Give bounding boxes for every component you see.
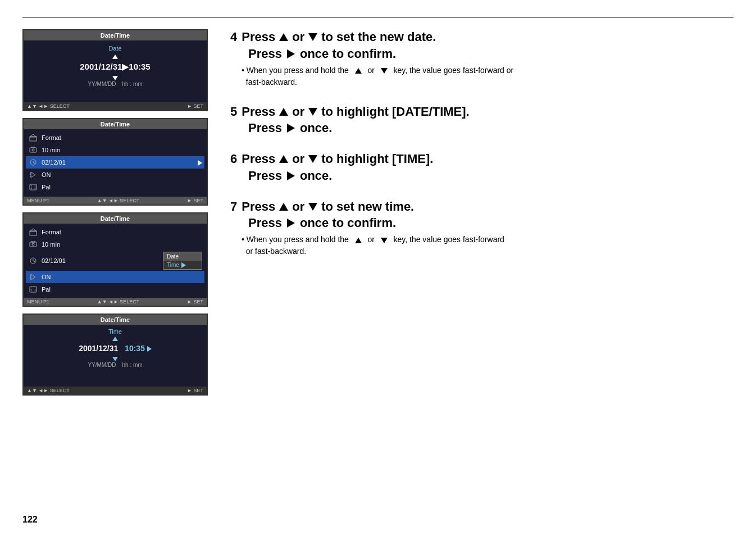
menu3-icon-4 <box>28 272 38 282</box>
step4-triangle-down <box>308 33 317 41</box>
step4-bullet-tri-up <box>355 68 362 74</box>
submenu-date: Date <box>163 252 202 261</box>
screen1-format: YY/MM/DD hh : mm <box>28 81 202 87</box>
svg-point-34 <box>31 290 32 292</box>
screen1-date: 2001/12/31▶10:35 <box>28 62 202 72</box>
screen-2: Date/Time Format 10 min 02/12/01 ON <box>22 118 208 206</box>
svg-rect-21 <box>30 242 37 247</box>
menu3-icon-2 <box>28 239 38 249</box>
svg-point-33 <box>31 289 32 290</box>
step7-heading: 7 Press or to set new time. <box>230 199 734 215</box>
submenu-time: Time <box>163 261 202 269</box>
menu3-row-4: ON <box>26 271 204 283</box>
menu2-row-5: Pal <box>26 181 204 193</box>
step4-heading: 4 Press or to set the new date. <box>230 29 734 46</box>
svg-point-32 <box>31 288 32 289</box>
screen1-title: Date/Time <box>24 30 207 40</box>
step6-triangle-up <box>279 155 288 163</box>
step7-triangle-right <box>287 219 295 228</box>
menu3-icon-3 <box>28 256 38 266</box>
step7-bullet-tri-down <box>381 238 388 243</box>
screen1-bottom: ▲▼ ◄► SELECT ► SET <box>24 102 207 110</box>
svg-point-22 <box>32 243 34 246</box>
step7-triangle-up <box>279 203 288 211</box>
screen-3: Date/Time Format 10 min 02/12/01 Date T <box>22 212 208 307</box>
step4-bullet: • When you press and hold the or key, th… <box>242 65 734 88</box>
right-column: 4 Press or to set the new date. Press on… <box>230 29 734 273</box>
screen4-body: Time 2001/12/31 10:35 YY/MM/DD hh : mm <box>24 325 207 387</box>
step5-triangle-down <box>308 108 317 116</box>
step6-triangle-right <box>287 171 295 180</box>
screen4-arrow-down <box>28 355 202 362</box>
svg-point-14 <box>31 187 32 188</box>
screen3-title: Date/Time <box>24 214 207 224</box>
svg-point-36 <box>35 289 36 290</box>
step-4-block: 4 Press or to set the new date. Press on… <box>230 29 734 88</box>
screen4-subtitle: Time <box>28 328 202 335</box>
svg-point-3 <box>32 149 34 151</box>
svg-rect-2 <box>30 148 37 152</box>
step6-heading: 6 Press or to highlight [TIME]. <box>230 151 734 167</box>
menu3-row-5: Pal <box>26 283 204 296</box>
screen4-title: Date/Time <box>24 315 207 325</box>
left-column: Date/Time Date 2001/12/31▶10:35 YY/MM/DD… <box>22 29 213 396</box>
step5-triangle-up <box>279 108 288 116</box>
svg-point-17 <box>35 187 36 188</box>
svg-point-37 <box>35 290 36 292</box>
screen-1: Date/Time Date 2001/12/31▶10:35 YY/MM/DD… <box>22 29 208 111</box>
step7-bullet: • When you press and hold the or key, th… <box>242 234 734 257</box>
svg-rect-23 <box>31 241 35 242</box>
screen3-body: Format 10 min 02/12/01 Date Time <box>24 224 207 298</box>
svg-line-26 <box>33 261 35 262</box>
step4-subheading: Press once to confirm. <box>248 47 734 61</box>
screen4-date-row: 2001/12/31 10:35 <box>28 344 202 353</box>
step-6-block: 6 Press or to highlight [TIME]. Press on… <box>230 151 734 183</box>
screen2-title: Date/Time <box>24 119 207 129</box>
menu2-row-2: 10 min <box>26 144 204 156</box>
screen1-arrow-down <box>28 74 202 81</box>
step5-subheading: Press once. <box>248 121 734 135</box>
svg-marker-8 <box>31 172 35 178</box>
menu3-row-1: Format <box>26 226 204 238</box>
screen4-format: YY/MM/DD hh : mm <box>28 362 202 368</box>
svg-line-7 <box>33 162 35 163</box>
screen1-body: Date 2001/12/31▶10:35 YY/MM/DD hh : mm <box>24 40 207 102</box>
menu2-icon-1 <box>28 133 38 143</box>
step4-triangle-up <box>279 33 288 41</box>
menu2-row-3: 02/12/01 <box>26 156 204 169</box>
step5-heading: 5 Press or to highlight [DATE/TIME]. <box>230 104 734 120</box>
svg-point-35 <box>35 288 36 289</box>
screen2-body: Format 10 min 02/12/01 ON Pal <box>24 129 207 197</box>
step7-triangle-down <box>308 203 317 211</box>
step6-triangle-down <box>308 155 317 163</box>
svg-rect-4 <box>31 147 35 148</box>
menu3-icon-1 <box>28 227 38 237</box>
menu2-row-1: Format <box>26 131 204 144</box>
svg-point-16 <box>35 185 36 187</box>
menu2-icon-5 <box>28 182 38 192</box>
svg-marker-27 <box>31 274 35 280</box>
submenu-panel: Date Time <box>163 252 202 270</box>
screen3-bottom: MENU P1 ▲▼ ◄► SELECT ► SET <box>24 298 207 306</box>
step-5-block: 5 Press or to highlight [DATE/TIME]. Pre… <box>230 104 734 136</box>
screen4-bottom: ▲▼ ◄► SELECT ► SET <box>24 387 207 394</box>
screen4-arrow-up <box>28 335 202 342</box>
svg-point-18 <box>35 188 36 189</box>
svg-point-13 <box>31 185 32 187</box>
step4-bullet-tri-down <box>381 68 388 74</box>
step4-triangle-right <box>287 49 295 58</box>
menu3-icon-5 <box>28 284 38 294</box>
page-number: 122 <box>22 515 38 525</box>
menu3-row-2: 10 min <box>26 238 204 251</box>
top-divider <box>22 17 734 18</box>
menu2-icon-3 <box>28 157 38 167</box>
page-layout: Date/Time Date 2001/12/31▶10:35 YY/MM/DD… <box>22 29 734 396</box>
screen2-bottom: MENU P1 ▲▼ ◄► SELECT ► SET <box>24 197 207 205</box>
screen-4: Date/Time Time 2001/12/31 10:35 YY/MM/DD… <box>22 314 208 396</box>
svg-point-15 <box>31 188 32 189</box>
screen1-arrow-up <box>28 53 202 60</box>
menu2-icon-2 <box>28 145 38 155</box>
step6-subheading: Press once. <box>248 169 734 183</box>
step5-triangle-right <box>287 124 295 133</box>
menu2-icon-4 <box>28 170 38 180</box>
